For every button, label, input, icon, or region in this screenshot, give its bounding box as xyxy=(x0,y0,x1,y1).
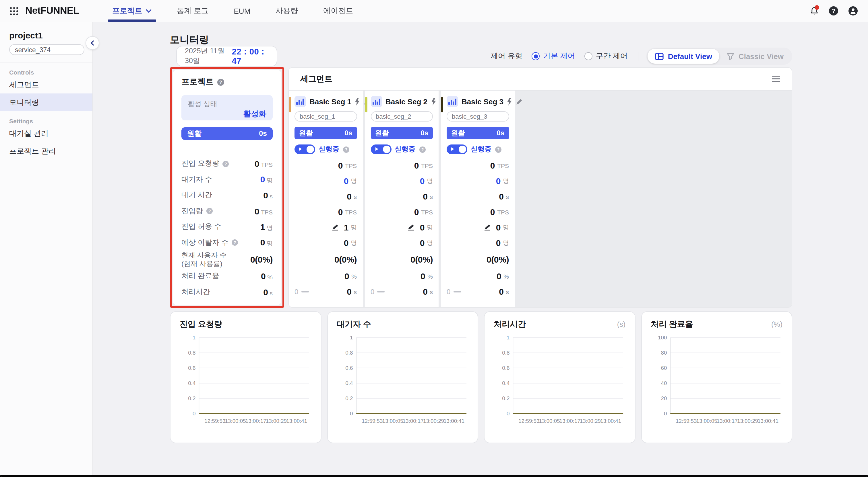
spark-number: 0 xyxy=(371,287,374,296)
svg-text:?: ? xyxy=(208,209,210,213)
svg-text:13:00:41: 13:00:41 xyxy=(600,418,621,424)
nav-item-2[interactable]: 통계 로그 xyxy=(164,0,221,22)
metric-unit: s xyxy=(506,193,509,200)
segment-column-2: Basic Seg 2basic_seg_2원활0s실행중?0TPS0명0s0T… xyxy=(365,91,439,307)
sidebar-item-1-1[interactable]: 프로젝트 관리 xyxy=(0,142,92,160)
segment-metric-row: 0TPS xyxy=(446,158,509,173)
metric-label: 예상 이탈자 수? xyxy=(181,238,238,248)
play-icon xyxy=(299,147,302,151)
spark-previous-value: 0 xyxy=(371,287,384,296)
account-icon[interactable] xyxy=(847,5,859,16)
segment-metric-row: 0(0%) xyxy=(371,250,433,268)
time-label: 22 : 00 : 47 xyxy=(232,47,269,65)
edit-value-icon[interactable] xyxy=(408,224,415,230)
nav-item-5[interactable]: 에이전트 xyxy=(311,0,366,22)
segment-metric-row: 0% xyxy=(446,268,509,284)
control-type-radio-1[interactable]: 기본 제어 xyxy=(532,51,575,61)
running-toggle[interactable] xyxy=(294,144,315,154)
bell-icon[interactable] xyxy=(808,5,820,16)
metric-number: 0 xyxy=(496,176,501,186)
nav-item-4[interactable]: 사용량 xyxy=(263,0,311,22)
segment-values: 0TPS0명0s0TPS0명0명0(0%)0%00s xyxy=(371,158,433,299)
nav-item-1[interactable]: 프로젝트 xyxy=(100,0,164,22)
segment-status-label: 원활 xyxy=(451,128,465,138)
app-grid-icon[interactable] xyxy=(7,4,21,18)
bolt-icon[interactable] xyxy=(507,98,512,105)
help-circle-icon[interactable]: ? xyxy=(419,146,426,153)
metric-unit: % xyxy=(267,274,273,281)
edit-value-icon[interactable] xyxy=(484,224,491,230)
metric-unit: TPS xyxy=(261,161,273,168)
spark-number: 0 xyxy=(446,287,451,296)
chart-title: 처리시간 xyxy=(494,319,526,330)
segment-code-input[interactable]: basic_seg_2 xyxy=(371,111,433,122)
metric-number: 0 xyxy=(420,176,425,186)
metric-label: 현재 사용자 수(현재 사용률) xyxy=(181,251,226,268)
help-circle-icon[interactable]: ? xyxy=(222,161,229,167)
svg-text:?: ? xyxy=(219,80,222,84)
metric-unit: TPS xyxy=(421,162,433,169)
help-circle-icon[interactable]: ? xyxy=(206,208,213,215)
metric-value: 0명 xyxy=(260,238,273,248)
help-icon[interactable]: ? xyxy=(828,5,839,16)
view-toggle-group: Default ViewClassic View xyxy=(647,47,792,65)
sidebar-section-label: Settings xyxy=(0,117,92,125)
project-metric-row: 진입 허용 수1명 xyxy=(181,219,273,235)
spark-dash-icon xyxy=(377,291,384,293)
running-toggle[interactable] xyxy=(446,144,467,154)
edit-value-icon[interactable] xyxy=(332,224,339,230)
running-toggle[interactable] xyxy=(371,144,391,154)
segment-code-input[interactable]: basic_seg_3 xyxy=(446,111,509,122)
project-metric-row: 처리 완료율0% xyxy=(181,268,273,284)
sidebar-item-1-0[interactable]: 대기실 관리 xyxy=(0,125,92,142)
metric-unit: TPS xyxy=(261,209,273,215)
project-metric-row: 대기자 수0명 xyxy=(181,172,273,188)
control-type-radio-2[interactable]: 구간 제어 xyxy=(584,51,628,61)
play-icon xyxy=(451,147,454,151)
svg-text:13:00:05: 13:00:05 xyxy=(382,418,403,424)
help-circle-icon[interactable]: ? xyxy=(495,146,502,153)
radio-label: 기본 제어 xyxy=(543,51,575,61)
view-toggle-classic-view[interactable]: Classic View xyxy=(720,49,791,64)
segment-panel-title: 세그먼트 xyxy=(300,74,332,84)
datetime-card[interactable]: 2025년 11월 30일 22 : 00 : 47 xyxy=(176,46,277,67)
help-circle-icon[interactable]: ? xyxy=(217,78,224,86)
project-metric-row: 처리시간0s xyxy=(181,284,273,300)
pencil-icon[interactable] xyxy=(516,98,523,105)
help-circle-icon[interactable]: ? xyxy=(343,146,350,153)
metric-value: 0명 xyxy=(260,175,273,185)
metric-label-text: 대기 시간 xyxy=(181,191,212,200)
sidebar-collapse-button[interactable] xyxy=(86,36,99,50)
bolt-icon[interactable] xyxy=(431,98,436,105)
active-state-value[interactable]: 활성화 xyxy=(243,109,267,119)
segment-panel: 세그먼트 Basic Seg 1basic_seg_1원활0s실행중?0TPS0… xyxy=(288,67,792,308)
metric-number: 0 xyxy=(338,161,343,170)
grid-dots-icon xyxy=(9,7,18,15)
svg-text:12:59:53: 12:59:53 xyxy=(361,418,382,424)
metric-number: 0 xyxy=(347,287,351,297)
metric-number: 0 xyxy=(260,175,265,184)
segment-metric-row: 0명 xyxy=(294,235,357,250)
segment-color-strip xyxy=(289,97,291,112)
metric-unit: 명 xyxy=(503,177,509,185)
metric-number: 0(0%) xyxy=(410,254,433,264)
sidebar-item-0-1[interactable]: 모니터링 xyxy=(0,94,92,111)
svg-text:13:00:17: 13:00:17 xyxy=(716,418,737,424)
bolt-icon[interactable] xyxy=(355,98,360,105)
hamburger-menu-icon[interactable] xyxy=(772,76,780,82)
view-toggle-default-view[interactable]: Default View xyxy=(648,49,720,64)
metric-label: 진입 요청량? xyxy=(181,159,229,169)
toggle-knob xyxy=(383,146,390,153)
help-circle-icon[interactable]: ? xyxy=(231,239,238,246)
metric-number: 1 xyxy=(344,223,348,232)
nav-item-3[interactable]: EUM xyxy=(221,0,263,22)
service-select[interactable]: service_374 xyxy=(9,44,84,55)
svg-text:13:00:29: 13:00:29 xyxy=(423,418,444,424)
metric-label-text: 처리시간 xyxy=(181,287,210,297)
sidebar-item-0-0[interactable]: 세그먼트 xyxy=(0,76,92,94)
active-state-label: 활성 상태 xyxy=(188,99,267,109)
segment-code-input[interactable]: basic_seg_1 xyxy=(294,111,357,122)
netfunnel-logo[interactable]: NetFUNNEL xyxy=(25,5,79,16)
metric-number: 0 xyxy=(338,207,343,217)
svg-text:?: ? xyxy=(224,161,227,166)
